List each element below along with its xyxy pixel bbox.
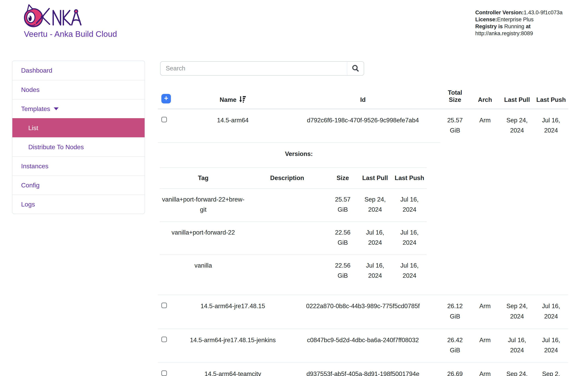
row-select-cell <box>158 329 180 363</box>
anka-logo[interactable] <box>23 3 87 31</box>
template-id: d937553f-ab5f-405a-8d91-198f5001794e <box>286 363 440 376</box>
versions-header-row: Tag Description Size Last Pull Last Push <box>160 167 427 188</box>
template-last-push: Jul 16, 2024 <box>534 109 568 143</box>
templates-table: + Name Id Total Size A <box>158 86 568 376</box>
search-icon <box>352 64 359 73</box>
template-total-size: 26.12 GiB <box>440 295 470 329</box>
brand-subtitle: Veertu - Anka Build Cloud <box>24 30 117 39</box>
template-arch: Arm <box>470 363 500 376</box>
versions-label: Versions: <box>160 149 438 159</box>
version-row: vanilla 22.56 GiB Jul 16, 2024 Jul 16, 2… <box>160 255 427 287</box>
versions-panel: Versions: Tag Description Size <box>158 143 440 295</box>
anka-mascot-icon <box>24 5 50 27</box>
version-description <box>247 188 328 222</box>
version-description <box>247 222 328 255</box>
sidebar-item-templates-list[interactable]: List <box>12 118 145 137</box>
row-select-cell <box>158 363 180 376</box>
template-name: 14.5-arm64-teamcity <box>180 363 286 376</box>
row-checkbox[interactable] <box>161 337 167 342</box>
version-last-push: Jul 16, 2024 <box>392 222 427 255</box>
version-last-pull: Jul 16, 2024 <box>358 255 392 287</box>
template-name: 14.5-arm64 <box>180 109 286 143</box>
column-header-total-size: Total Size <box>440 86 470 109</box>
template-last-push: Sep 2, 2024 <box>534 363 568 376</box>
template-row: 14.5-arm64-jre17.48.15-jenkins c0847bc9-… <box>158 329 568 363</box>
controller-version-label: Controller Version: <box>475 10 524 16</box>
version-last-pull: Sep 24, 2024 <box>358 188 392 222</box>
registry-url: http://anka.registry:8089 <box>475 30 571 37</box>
version-last-push: Jul 16, 2024 <box>392 188 427 222</box>
version-description <box>247 255 328 287</box>
sort-descending-icon[interactable] <box>239 96 246 103</box>
search-button[interactable] <box>347 62 364 75</box>
sidebar-item-logs[interactable]: Logs <box>12 195 145 214</box>
version-size: 22.56 GiB <box>328 255 358 287</box>
main-content: + Name Id Total Size A <box>158 61 568 376</box>
column-header-name[interactable]: Name <box>180 86 286 109</box>
version-size: 22.56 GiB <box>328 222 358 255</box>
sidebar-item-label: Instances <box>21 163 48 170</box>
sidebar-item-label: Distribute To Nodes <box>28 143 84 151</box>
add-template-button[interactable]: + <box>161 94 171 104</box>
column-header-last-pull: Last Pull <box>500 86 534 109</box>
template-last-pull: Jul 16, 2024 <box>500 329 534 363</box>
version-column-size: Size <box>328 167 358 188</box>
sidebar-item-label: List <box>28 124 38 132</box>
version-last-push: Jul 16, 2024 <box>392 255 427 287</box>
version-tag: vanilla <box>160 255 247 287</box>
row-checkbox[interactable] <box>161 117 167 122</box>
template-total-size: 26.42 GiB <box>440 329 470 363</box>
template-row: 14.5-arm64-teamcity d937553f-ab5f-405a-8… <box>158 363 568 376</box>
column-header-id: Id <box>286 86 440 109</box>
row-select-cell <box>158 109 180 143</box>
controller-version-value: 1.43.0-9f1c073a <box>524 10 563 16</box>
template-last-pull: Sep 24, 2024 <box>500 363 534 376</box>
sidebar-item-label: Dashboard <box>21 67 52 74</box>
version-column-last-push: Last Push <box>392 167 427 188</box>
template-last-push: Jul 16, 2024 <box>534 295 568 329</box>
row-checkbox[interactable] <box>161 303 167 308</box>
registry-label: Registry is <box>475 23 504 30</box>
template-total-size: 25.57 GiB <box>440 109 470 143</box>
sidebar-item-distribute-to-nodes[interactable]: Distribute To Nodes <box>12 137 145 156</box>
sidebar-item-config[interactable]: Config <box>12 176 145 195</box>
row-select-cell <box>158 295 180 329</box>
sidebar-item-dashboard[interactable]: Dashboard <box>12 61 145 80</box>
template-arch: Arm <box>470 109 500 143</box>
page: Veertu - Anka Build Cloud Controller Ver… <box>0 0 588 376</box>
status-block: Controller Version:1.43.0-9f1c073a Licen… <box>475 9 571 37</box>
registry-state: Running <box>504 23 524 30</box>
sidebar-item-label: Config <box>21 182 40 189</box>
sidebar-item-nodes[interactable]: Nodes <box>12 80 145 99</box>
template-name: 14.5-arm64-jre17.48.15-jenkins <box>180 329 286 363</box>
controller-version-line: Controller Version:1.43.0-9f1c073a <box>475 9 571 16</box>
template-id: c0847bc9-5d2d-4dbc-ba6a-240f7ff08032 <box>286 329 440 363</box>
sidebar-item-templates[interactable]: Templates <box>12 99 145 118</box>
row-checkbox[interactable] <box>161 370 167 376</box>
caret-down-icon <box>54 107 59 110</box>
template-arch: Arm <box>470 295 500 329</box>
template-name: 14.5-arm64-jre17.48.15 <box>180 295 286 329</box>
version-size: 25.57 GiB <box>328 188 358 222</box>
sidebar: Dashboard Nodes Templates List Distribut… <box>12 61 145 214</box>
template-row: 14.5-arm64 d792c6f6-198c-470f-9526-9c998… <box>158 109 568 143</box>
registry-status-line: Registry is Running at <box>475 23 571 30</box>
sidebar-item-instances[interactable]: Instances <box>12 156 145 176</box>
license-line: License:Enterprise Plus <box>475 16 571 23</box>
template-versions-row: Versions: Tag Description Size <box>158 143 568 295</box>
template-last-push: Jul 16, 2024 <box>534 329 568 363</box>
template-total-size: 26.69 GiB <box>440 363 470 376</box>
template-last-pull: Sep 24, 2024 <box>500 109 534 143</box>
version-row: vanilla+port-forward-22 22.56 GiB Jul 16… <box>160 222 427 255</box>
versions-table: Tag Description Size Last Pull Last Push… <box>160 167 427 287</box>
column-header-arch: Arch <box>470 86 500 109</box>
version-column-last-pull: Last Pull <box>358 167 392 188</box>
sidebar-item-label: Templates <box>21 105 50 113</box>
sidebar-item-label: Nodes <box>21 86 40 94</box>
column-header-last-push: Last Push <box>534 86 568 109</box>
version-column-description: Description <box>247 167 328 188</box>
version-row: vanilla+port-forward-22+brew-git 25.57 G… <box>160 188 427 222</box>
template-arch: Arm <box>470 329 500 363</box>
search-input[interactable] <box>161 62 347 75</box>
template-id: 0222a870-0b8c-44b3-989c-775f5cd0785f <box>286 295 440 329</box>
